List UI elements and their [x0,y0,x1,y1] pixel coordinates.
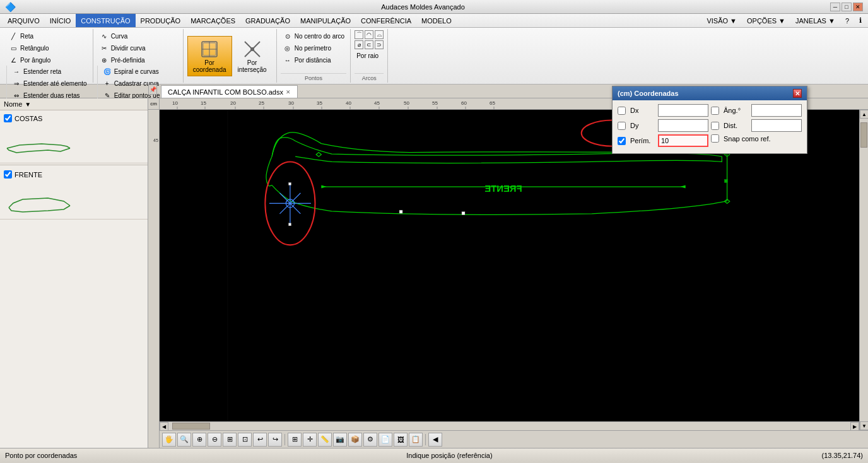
dist-checkbox[interactable] [711,122,719,130]
tab-calca[interactable]: CALÇA INFANTIL COM BOLSO.adsx ✕ [161,85,298,98]
svg-text:20: 20 [230,100,236,106]
dy-label: Dy [630,122,655,129]
scrollbar-horizontal[interactable]: ◀ ▶ [160,421,859,430]
scroll-up-button[interactable]: ▲ [860,110,868,119]
scroll-left-button[interactable]: ◀ [160,422,168,431]
por-intersecao-label: Porinterseção [238,59,267,73]
ribbon-estender-reta[interactable]: → Estender reta [9,66,89,77]
menu-modelo[interactable]: MODELO [416,14,457,27]
por-coordenada-icon [199,39,220,59]
window-title: Audaces Moldes Avançado [16,3,830,11]
tool-hand[interactable]: 🖐 [162,433,176,447]
ribbon-dividir-curva[interactable]: ✂ Dividir curva [97,42,179,54]
dy-checkbox[interactable] [618,122,626,130]
frente-label: FRENTE [15,171,42,179]
reta-icon: ╱ [8,31,18,41]
ribbon: ╱ Reta ▭ Retângulo ∠ Por ângulo → Estend… [0,28,868,85]
tool-zoom-window[interactable]: ⊡ [238,433,252,447]
tool-zoom-in[interactable]: ⊕ [192,433,206,447]
ribbon-por-raio[interactable]: Por raio [355,52,384,60]
tool-settings[interactable]: ⚙ [363,433,377,447]
tool-image[interactable]: 🖼 [394,433,408,447]
dx-input[interactable] [658,104,708,117]
scroll-down-button[interactable]: ▼ [860,421,868,430]
menu-opcoes[interactable]: OPÇÕES ▼ [743,16,789,26]
costas-checkbox[interactable] [4,114,12,122]
menu-inicio[interactable]: INÍCIO [45,14,76,27]
ribbon-por-coordenada[interactable]: Porcoordenada [187,36,232,76]
menu-visao[interactable]: VISÃO ▼ [703,16,741,26]
status-left: Ponto por coordenadas [5,452,77,459]
ribbon-por-intersecao[interactable]: Porinterseção [232,36,273,76]
dialog-close-button[interactable]: ✕ [793,89,802,98]
ruler-vertical: 45 40 35 30 25 20 15 10 [148,110,160,448]
panel-header-label: Nome [4,100,22,108]
dialog-title: (cm) Coordenadas [618,90,679,97]
panel-dropdown-icon[interactable]: ▼ [25,101,31,108]
scrollbar-vertical[interactable]: ▲ ▼ [859,110,868,430]
svg-text:55: 55 [432,100,438,106]
scroll-right-button[interactable]: ▶ [850,422,859,431]
ang-label: Âng.° [724,107,749,114]
svg-text:10: 10 [172,100,178,106]
scroll-thumb-h[interactable] [172,423,210,430]
ribbon-no-perimetro[interactable]: ◎ No perímetro [281,42,347,54]
ribbon-pre-definida[interactable]: ⊛ Pré-definida [97,54,179,66]
menu-graduacao[interactable]: GRADUAÇÃO [240,14,295,27]
snap-checkbox[interactable] [711,134,719,143]
svg-text:65: 65 [490,100,495,106]
ribbon-no-centro[interactable]: ⊙ No centro do arco [281,30,347,42]
frente-checkbox[interactable] [4,170,12,179]
no-centro-icon: ⊙ [283,31,293,41]
ribbon-espiral[interactable]: 🌀 Espiral e curvas [100,66,179,77]
dy-input[interactable] [658,119,708,132]
menu-conferencia[interactable]: CONFERÊNCIA [356,14,416,27]
dist-input[interactable] [751,119,802,132]
pre-definida-icon: ⊛ [99,55,109,65]
menu-janelas[interactable]: JANELAS ▼ [792,16,839,26]
perim-input[interactable] [658,134,708,147]
tool-camera[interactable]: 📷 [333,433,347,447]
tool-grid[interactable]: ⊞ [288,433,302,447]
menu-marcacoes[interactable]: MARCAÇÕES [185,14,240,27]
ribbon-por-angulo[interactable]: ∠ Por ângulo [6,54,89,66]
tool-zoom-out[interactable]: ⊖ [208,433,221,447]
tool-clipboard[interactable]: 📋 [409,433,423,447]
tool-back[interactable]: ◀ [428,433,442,447]
tool-zoom-prev[interactable]: ↩ [253,433,267,447]
tool-zoom[interactable]: 🔍 [177,433,191,447]
tool-box[interactable]: 📦 [348,433,362,447]
menu-manipulacao[interactable]: MANIPULAÇÃO [295,14,356,27]
menu-help[interactable]: ? [842,16,853,26]
ribbon-reta[interactable]: ╱ Reta [6,30,89,42]
menu-construcao[interactable]: CONSTRUÇÃO [76,14,135,27]
tab-close-button[interactable]: ✕ [286,89,291,95]
tool-zoom-fit[interactable]: ⊞ [223,433,237,447]
ribbon-group-arcos: ⌒ ◠ ⌓ ⌀ ⊂ ⊃ Por raio Arcos [351,29,388,83]
perim-checkbox[interactable] [618,137,626,145]
menu-producao[interactable]: PRODUÇÃO [136,14,186,27]
ang-checkbox[interactable] [711,107,719,115]
menu-arquivo[interactable]: ARQUIVO [3,14,45,27]
svg-rect-56 [288,223,291,226]
tool-undo[interactable]: ↪ [268,433,282,447]
svg-rect-46 [399,210,402,213]
close-button[interactable]: ✕ [853,3,863,11]
minimize-button[interactable]: ─ [830,3,840,11]
retangulo-icon: ▭ [8,43,18,53]
maximize-button[interactable]: □ [842,3,852,11]
ang-input[interactable] [751,104,802,117]
menu-info[interactable]: ℹ [855,15,865,26]
ribbon-estender-ate[interactable]: ⇒ Estender até elemento [9,78,89,89]
ribbon-curva[interactable]: ∿ Curva [97,30,179,42]
ribbon-group-retas: ╱ Reta ▭ Retângulo ∠ Por ângulo → Estend… [3,29,93,83]
tool-snap[interactable]: ✛ [303,433,317,447]
ribbon-retangulo[interactable]: ▭ Retângulo [6,42,89,54]
tool-measure[interactable]: 📏 [318,433,332,447]
tool-doc[interactable]: 📄 [378,433,392,447]
ribbon-por-distancia[interactable]: ↔ Por distância [281,54,347,66]
scroll-thumb-v[interactable] [860,122,867,148]
por-intersecao-icon [242,39,262,59]
dx-checkbox[interactable] [618,107,626,115]
tab-pin[interactable]: 📌 [148,85,157,95]
